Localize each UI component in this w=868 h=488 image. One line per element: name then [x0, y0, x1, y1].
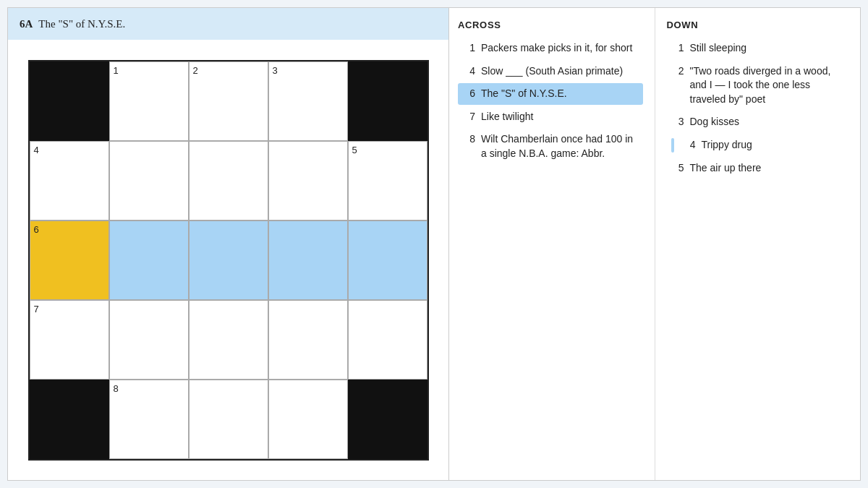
cell-num-1: 1 [114, 65, 119, 76]
cell-r3-c2[interactable] [189, 300, 268, 380]
clue-text: Slow ___ (South Asian primate) [481, 64, 639, 79]
cell-r2-c1[interactable] [109, 221, 189, 300]
clue-text: "Two roads diverged in a wood, and I — I… [690, 64, 848, 107]
cell-r2-c2[interactable] [189, 221, 268, 300]
cell-r3-c3[interactable] [268, 300, 348, 380]
cell-r2-c0[interactable]: 6 [30, 221, 109, 300]
clue-text: Trippy drug [702, 138, 848, 153]
cell-r2-c3[interactable] [268, 221, 348, 300]
cell-r1-c0[interactable]: 4 [30, 141, 109, 221]
cell-r4-c4[interactable] [348, 380, 427, 459]
main-container: 6A The "S" of N.Y.S.E. 12345678 ACROSS 1… [7, 7, 861, 481]
cell-num-5: 5 [352, 145, 357, 155]
clue-text: The "S" of N.Y.S.E. [481, 87, 639, 101]
clue-number: 4 [462, 64, 475, 79]
active-clue-number: 6A [20, 18, 33, 30]
down-clues-list: 1Still sleeping2"Two roads diverged in a… [667, 38, 852, 180]
across-clue-7[interactable]: 7Like twilight [458, 106, 643, 128]
clue-number: 2 [671, 64, 684, 107]
across-clue-4[interactable]: 4Slow ___ (South Asian primate) [458, 61, 643, 82]
cell-num-2: 2 [193, 65, 198, 76]
clue-number: 4 [683, 138, 696, 153]
clue-number: 7 [462, 110, 475, 124]
cell-r1-c1[interactable] [109, 141, 189, 221]
cell-r2-c4[interactable] [348, 221, 427, 300]
cell-r4-c0[interactable] [30, 380, 109, 459]
cell-r0-c1[interactable]: 1 [109, 61, 189, 141]
cell-r0-c2[interactable]: 2 [189, 61, 268, 141]
cell-num-8: 8 [114, 383, 119, 394]
cell-num-7: 7 [34, 304, 39, 314]
crossword-grid[interactable]: 12345678 [28, 60, 429, 461]
down-clue-1[interactable]: 1Still sleeping [667, 38, 852, 59]
clue-header: 6A The "S" of N.Y.S.E. [8, 8, 448, 40]
active-clue-text: The "S" of N.Y.S.E. [38, 18, 125, 30]
clues-divider [655, 8, 655, 480]
across-title: ACROSS [458, 20, 643, 30]
cell-r0-c4[interactable] [348, 61, 427, 141]
cell-r3-c4[interactable] [348, 300, 427, 380]
cell-r0-c0[interactable] [30, 61, 109, 141]
right-panel: ACROSS 1Packers make picks in it, for sh… [449, 8, 860, 480]
down-clue-5[interactable]: 5The air up there [667, 158, 852, 179]
cell-r0-c3[interactable]: 3 [268, 61, 348, 141]
cell-r3-c1[interactable] [109, 300, 189, 380]
across-clue-8[interactable]: 8Wilt Chamberlain once had 100 in a sing… [458, 129, 643, 164]
clue-number: 1 [671, 41, 684, 56]
across-clue-6[interactable]: 6The "S" of N.Y.S.E. [458, 83, 643, 105]
cell-r3-c0[interactable]: 7 [30, 300, 109, 380]
cell-r1-c3[interactable] [268, 141, 348, 221]
clue-number: 8 [462, 132, 475, 160]
cell-r4-c1[interactable]: 8 [109, 380, 189, 459]
left-panel: 6A The "S" of N.Y.S.E. 12345678 [8, 8, 449, 480]
down-section: DOWN 1Still sleeping2"Two roads diverged… [658, 8, 861, 480]
cell-r1-c4[interactable]: 5 [348, 141, 427, 221]
clue-text: Packers make picks in it, for short [481, 41, 639, 56]
across-clues-list: 1Packers make picks in it, for short4Slo… [458, 38, 643, 166]
cell-num-3: 3 [273, 65, 278, 76]
down-clue-4[interactable]: 4Trippy drug [667, 134, 852, 156]
clue-text: Wilt Chamberlain once had 100 in a singl… [481, 132, 639, 160]
clue-number: 3 [671, 115, 684, 129]
down-title: DOWN [667, 20, 852, 30]
grid-container: 12345678 [8, 40, 448, 480]
across-clue-1[interactable]: 1Packers make picks in it, for short [458, 38, 643, 59]
clue-number: 6 [462, 87, 475, 101]
cell-num-4: 4 [34, 145, 39, 155]
cell-r1-c2[interactable] [189, 141, 268, 221]
across-section: ACROSS 1Packers make picks in it, for sh… [449, 8, 652, 480]
down-clue-2[interactable]: 2"Two roads diverged in a wood, and I — … [667, 61, 852, 111]
down-highlight-indicator [671, 138, 674, 153]
clue-text: The air up there [690, 161, 848, 176]
clue-number: 5 [671, 161, 684, 176]
cell-num-6: 6 [34, 224, 39, 235]
cell-r4-c2[interactable] [189, 380, 268, 459]
clue-text: Like twilight [481, 110, 639, 124]
cell-r4-c3[interactable] [268, 380, 348, 459]
clue-text: Still sleeping [690, 41, 848, 56]
clue-number: 1 [462, 41, 475, 56]
down-clue-3[interactable]: 3Dog kisses [667, 111, 852, 133]
clue-text: Dog kisses [690, 115, 848, 129]
